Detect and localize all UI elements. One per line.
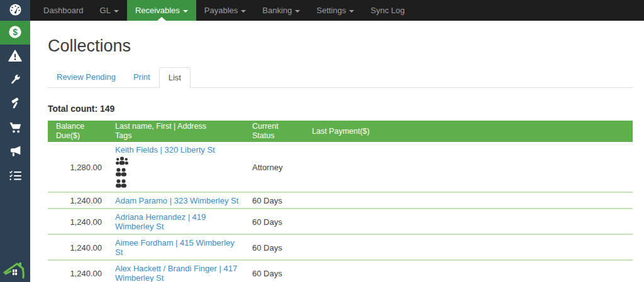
users-pair-icon: [115, 179, 242, 189]
balance-cell: 1,240.00: [48, 192, 108, 209]
table-row: 1,280.00 Keith Fields | 320 Liberty St: [48, 142, 633, 192]
svg-text:$: $: [13, 27, 18, 36]
customer-link[interactable]: Keith Fields | 320 Liberty St: [115, 145, 215, 155]
table-header-row: Balance Due($) Last name, First | Addres…: [48, 121, 633, 142]
balance-cell: 1,240.00: [48, 260, 108, 282]
tab-list[interactable]: List: [159, 67, 191, 88]
table-row: 1,240.00 Adam Paramo | 323 Wimberley St …: [48, 192, 633, 209]
sidebar: $: [0, 0, 30, 282]
column-header-last-payment: Last Payment($): [307, 121, 633, 142]
status-cell: 60 Days: [247, 209, 307, 234]
tag-icons: [115, 156, 242, 189]
nav-item-gl[interactable]: GL: [92, 0, 127, 21]
chevron-down-icon: [295, 10, 300, 13]
column-header-name-line1: Last name, First | Address: [115, 122, 242, 131]
balance-cell: 1,240.00: [48, 209, 108, 234]
cart-icon: [9, 121, 22, 136]
sidebar-item-purchasing[interactable]: [0, 116, 30, 140]
sidebar-item-projects[interactable]: [0, 92, 30, 116]
tab-review-pending[interactable]: Review Pending: [48, 67, 125, 88]
name-cell: Adriana Hernandez | 419 Wimberley St: [108, 209, 247, 234]
main-content: Collections Review Pending Print List To…: [30, 21, 644, 282]
column-header-name-tags: Last name, First | Address Tags: [108, 121, 247, 142]
status-cell: 60 Days: [247, 234, 307, 260]
company-house-logo: [0, 259, 30, 282]
customer-link[interactable]: Adriana Hernandez | 419 Wimberley St: [115, 212, 206, 231]
table-row: 1,240.00 Adriana Hernandez | 419 Wimberl…: [48, 209, 633, 234]
collections-table: Balance Due($) Last name, First | Addres…: [48, 121, 633, 282]
nav-item-label: Payables: [204, 6, 238, 15]
sidebar-item-marketing[interactable]: [0, 140, 30, 164]
column-header-name-line2: Tags: [115, 131, 242, 141]
table-row: 1,240.00 Aimee Fordham | 415 Wimberley S…: [48, 234, 633, 260]
table-row: 1,240.00 Alex Hackett / Brandi Finger | …: [48, 260, 633, 282]
customer-link[interactable]: Alex Hackett / Brandi Finger | 417 Wimbe…: [115, 264, 237, 282]
last-payment-cell: [307, 192, 633, 209]
tab-print[interactable]: Print: [125, 67, 159, 88]
column-header-balance-due: Balance Due($): [48, 121, 108, 142]
nav-item-label: Banking: [262, 6, 292, 15]
sidebar-item-receivables[interactable]: $: [0, 21, 30, 45]
nav-item-label: Settings: [316, 6, 346, 15]
nav-item-label: Receivables: [135, 6, 180, 15]
balance-cell: 1,280.00: [48, 142, 108, 192]
nav-item-label: GL: [100, 6, 111, 15]
last-payment-cell: [307, 234, 633, 260]
status-cell: 60 Days: [247, 192, 307, 209]
collections-tabs: Review Pending Print List: [48, 67, 633, 88]
status-cell: 60 Days: [247, 260, 307, 282]
name-cell: Alex Hackett / Brandi Finger | 417 Wimbe…: [108, 260, 247, 282]
nav-item-label: Sync Log: [370, 6, 404, 15]
total-count: Total count: 149: [48, 104, 633, 114]
name-cell: Adam Paramo | 323 Wimberley St: [108, 192, 247, 209]
users-pair-icon: [115, 168, 242, 178]
warning-icon: [8, 50, 22, 64]
name-cell: Aimee Fordham | 415 Wimberley St: [108, 234, 247, 260]
chevron-down-icon: [183, 10, 188, 13]
last-payment-cell: [307, 260, 633, 282]
megaphone-icon: [9, 145, 22, 160]
page-title: Collections: [48, 36, 633, 56]
status-cell: Attorney: [247, 142, 307, 192]
app-brand[interactable]: [0, 0, 30, 21]
nav-item-dashboard[interactable]: Dashboard: [35, 0, 92, 21]
dollar-icon: $: [8, 25, 22, 41]
name-cell: Keith Fields | 320 Liberty St: [108, 142, 247, 192]
chevron-down-icon: [349, 10, 354, 13]
nav-item-receivables[interactable]: Receivables: [127, 0, 196, 21]
last-payment-cell: [307, 142, 633, 192]
sidebar-item-alerts[interactable]: [0, 45, 30, 68]
customer-link[interactable]: Adam Paramo | 323 Wimberley St: [115, 196, 238, 205]
chevron-down-icon: [114, 10, 119, 13]
speedometer-icon: [9, 3, 22, 18]
total-count-value: 149: [100, 104, 114, 114]
nav-item-sync-log[interactable]: Sync Log: [362, 0, 413, 21]
top-navbar: Dashboard GL Receivables Payables Bankin…: [30, 0, 644, 21]
column-header-current-status: Current Status: [247, 121, 307, 142]
total-count-label: Total count:: [48, 104, 97, 114]
nav-item-payables[interactable]: Payables: [196, 0, 254, 21]
nav-item-banking[interactable]: Banking: [254, 0, 308, 21]
balance-cell: 1,240.00: [48, 234, 108, 260]
users-group-icon: [115, 156, 242, 166]
sidebar-item-tasks[interactable]: [0, 164, 30, 188]
nav-item-settings[interactable]: Settings: [308, 0, 362, 21]
sidebar-item-tools[interactable]: [0, 68, 30, 92]
hammer-icon: [9, 97, 21, 112]
wrench-icon: [9, 73, 21, 88]
nav-item-label: Dashboard: [43, 6, 84, 15]
last-payment-cell: [307, 209, 633, 234]
customer-link[interactable]: Aimee Fordham | 415 Wimberley St: [115, 238, 235, 257]
chevron-down-icon: [241, 10, 246, 13]
checklist-icon: [9, 170, 22, 183]
